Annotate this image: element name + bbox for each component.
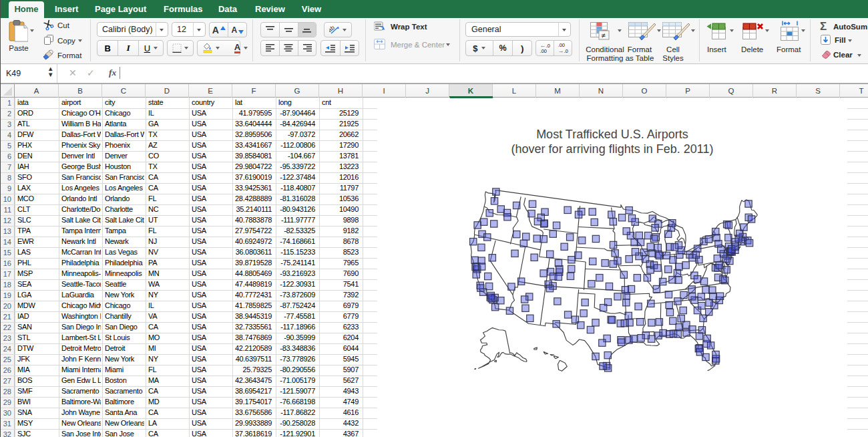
svg-text:≠: ≠ [602,31,606,39]
